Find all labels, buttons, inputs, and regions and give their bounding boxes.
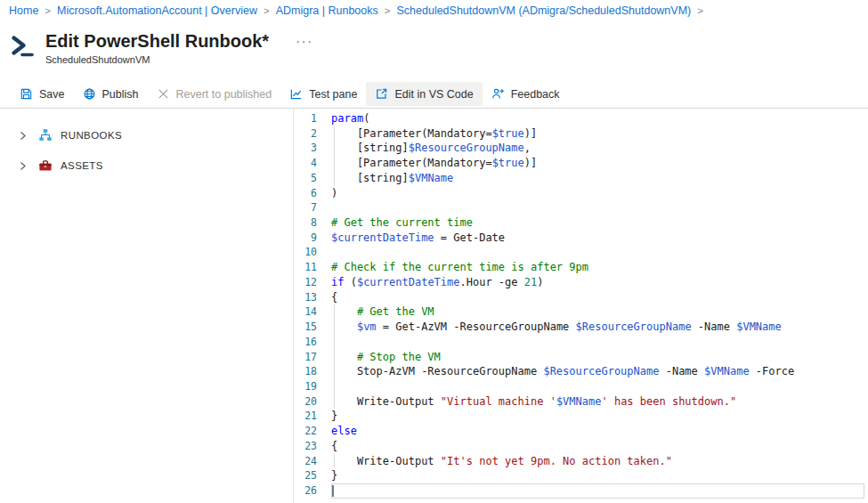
code-line[interactable]: 3 [string]$ResourceGroupName,: [294, 141, 868, 156]
code-line-content: $currentDateTime = Get-Date: [331, 231, 864, 246]
code-line[interactable]: 7: [294, 200, 868, 215]
save-icon: [20, 87, 33, 101]
code-line-content: [Parameter(Mandatory=$true)]: [331, 156, 864, 171]
sidebar: RUNBOOKSASSETS: [0, 109, 294, 503]
code-line[interactable]: 21}: [294, 409, 868, 424]
main-content: RUNBOOKSASSETS 1param(2 [Parameter(Manda…: [0, 109, 868, 503]
line-number: 16: [294, 335, 317, 350]
sidebar-item-label: RUNBOOKS: [61, 130, 122, 141]
line-number: 19: [294, 379, 317, 394]
breadcrumb-separator: >: [45, 5, 51, 16]
code-line-content: # Check if the current time is after 9pm: [331, 260, 864, 275]
line-number: 7: [294, 200, 317, 215]
publish-icon: [83, 87, 96, 101]
command-bar: SavePublishRevert to publishedTest paneE…: [0, 80, 868, 109]
line-number: 4: [294, 156, 317, 171]
chevron-right-icon[interactable]: [18, 131, 28, 141]
toolbar-button-revert-to-published[interactable]: Revert to published: [148, 82, 281, 106]
line-number: 3: [294, 141, 317, 156]
breadcrumb-separator: >: [697, 5, 703, 16]
code-line-content: [331, 200, 864, 215]
vs-code-icon: [375, 87, 388, 101]
code-line[interactable]: 24 Write-Output "It's not yet 9pm. No ac…: [294, 454, 868, 469]
code-line[interactable]: 12if ($currentDateTime.Hour -ge 21): [294, 275, 868, 290]
assets-icon: [38, 158, 53, 173]
code-line[interactable]: 17 # Stop the VM: [294, 350, 868, 365]
code-line-content: {: [331, 290, 864, 305]
breadcrumb-link[interactable]: Home: [9, 4, 38, 17]
code-line[interactable]: 15 $vm = Get-AzVM -ResourceGroupName $Re…: [294, 320, 868, 335]
code-line[interactable]: 5 [string]$VMName: [294, 171, 868, 186]
code-line[interactable]: 19: [294, 379, 868, 394]
code-line[interactable]: 1param(: [294, 111, 868, 126]
chevron-right-icon[interactable]: [18, 161, 28, 171]
line-number: 1: [294, 111, 317, 126]
code-line[interactable]: 16: [294, 335, 868, 350]
code-line[interactable]: 22else: [294, 424, 868, 439]
toolbar-button-test-pane[interactable]: Test pane: [280, 82, 366, 106]
code-line-content: if ($currentDateTime.Hour -ge 21): [331, 275, 864, 290]
line-number: 5: [294, 171, 317, 186]
test-pane-icon: [289, 87, 303, 101]
code-editor[interactable]: 1param(2 [Parameter(Mandatory=$true)]3 […: [294, 109, 868, 503]
code-line-content: [331, 483, 864, 499]
line-number: 10: [294, 245, 317, 260]
code-line[interactable]: 26: [294, 483, 868, 499]
revert-icon: [157, 87, 170, 101]
code-line[interactable]: 13{: [294, 290, 868, 305]
code-line-content: [string]$ResourceGroupName,: [331, 141, 864, 156]
breadcrumb: Home>Microsoft.AutomationAccount | Overv…: [0, 0, 868, 22]
toolbar-button-label: Edit in VS Code: [394, 88, 473, 101]
powershell-icon: [9, 32, 36, 59]
line-number: 22: [294, 424, 317, 439]
code-line[interactable]: 2 [Parameter(Mandatory=$true)]: [294, 126, 868, 142]
code-line-content: ): [331, 186, 864, 201]
toolbar-button-feedback[interactable]: Feedback: [483, 82, 569, 106]
line-number: 17: [294, 350, 317, 365]
sidebar-item-runbooks[interactable]: RUNBOOKS: [0, 120, 293, 150]
code-line[interactable]: 14 # Get the VM: [294, 304, 868, 320]
code-line-content: [331, 379, 864, 394]
code-line-content: {: [331, 439, 864, 454]
runbooks-icon: [38, 128, 53, 142]
code-line-content: param(: [331, 111, 864, 126]
line-number: 8: [294, 215, 317, 231]
code-line[interactable]: 4 [Parameter(Mandatory=$true)]: [294, 156, 868, 171]
code-line[interactable]: 23{: [294, 439, 868, 454]
code-line[interactable]: 18 Stop-AzVM -ResourceGroupName $Resourc…: [294, 364, 868, 379]
line-number: 9: [294, 231, 317, 246]
feedback-icon: [491, 87, 505, 101]
code-line[interactable]: 20 Write-Output "Virtual machine '$VMNam…: [294, 394, 868, 410]
line-number: 14: [294, 304, 317, 320]
code-line[interactable]: 10: [294, 245, 868, 260]
line-number: 6: [294, 186, 317, 201]
breadcrumb-link[interactable]: ADmigra | Runbooks: [276, 4, 378, 17]
toolbar-button-label: Save: [39, 88, 65, 101]
sidebar-item-assets[interactable]: ASSETS: [0, 150, 293, 181]
breadcrumb-link[interactable]: Microsoft.AutomationAccount | Overview: [57, 4, 257, 17]
code-line[interactable]: 9$currentDateTime = Get-Date: [294, 231, 868, 246]
code-line-content: # Stop the VM: [331, 350, 864, 365]
code-line-content: # Get the VM: [331, 304, 864, 320]
toolbar-button-publish[interactable]: Publish: [74, 82, 148, 106]
code-line-content: }: [331, 468, 864, 483]
breadcrumb-link[interactable]: ScheduledShutdownVM (ADmigra/ScheduledSh…: [396, 4, 691, 17]
line-number: 24: [294, 454, 317, 469]
line-number: 15: [294, 320, 317, 335]
line-number: 18: [294, 364, 317, 379]
code-line[interactable]: 8# Get the current time: [294, 215, 868, 231]
code-line-content: [string]$VMName: [331, 171, 864, 186]
line-number: 25: [294, 468, 317, 483]
toolbar-button-edit-in-vs-code[interactable]: Edit in VS Code: [366, 82, 482, 106]
toolbar-button-save[interactable]: Save: [11, 82, 74, 106]
toolbar-button-label: Publish: [102, 88, 139, 101]
code-line[interactable]: 6): [294, 186, 868, 201]
toolbar-button-label: Test pane: [309, 88, 357, 101]
more-options-button[interactable]: ···: [296, 37, 313, 45]
code-line[interactable]: 11# Check if the current time is after 9…: [294, 260, 868, 275]
code-line[interactable]: 25}: [294, 468, 868, 483]
code-line-content: Write-Output "Virtual machine '$VMName' …: [331, 394, 864, 410]
line-number: 26: [294, 483, 317, 499]
code-line-content: [Parameter(Mandatory=$true)]: [331, 126, 864, 142]
code-line-content: [331, 245, 864, 260]
